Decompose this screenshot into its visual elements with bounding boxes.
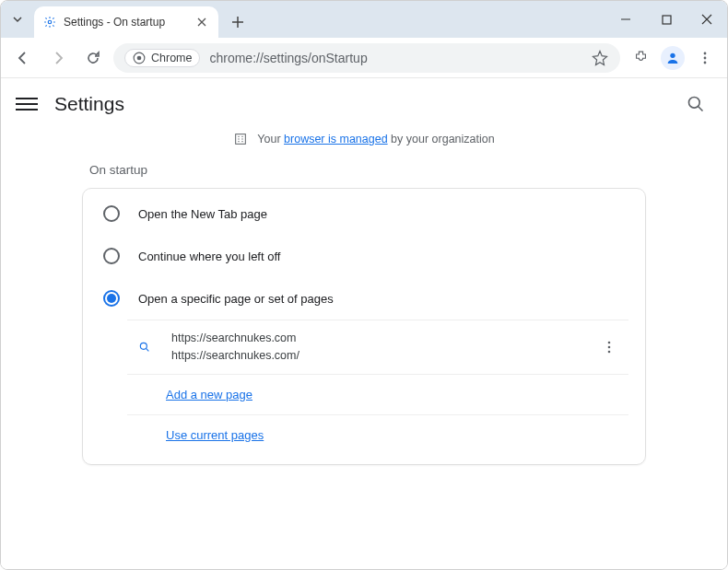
- svg-point-3: [137, 55, 142, 60]
- svg-point-0: [48, 20, 52, 24]
- window-controls: [605, 1, 727, 38]
- radio-label: Continue where you left off: [138, 250, 280, 263]
- maximize-button[interactable]: [646, 1, 687, 38]
- chrome-icon: [133, 52, 146, 64]
- svg-point-7: [704, 61, 707, 64]
- tab-title: Settings - On startup: [64, 16, 187, 29]
- svg-point-11: [608, 341, 611, 343]
- settings-icon: [43, 16, 56, 29]
- new-tab-button[interactable]: [224, 8, 252, 36]
- radio-new-tab[interactable]: Open the New Tab page: [83, 192, 645, 235]
- settings-appbar: Settings: [1, 78, 727, 130]
- managed-text: Your browser is managed by your organiza…: [257, 133, 494, 145]
- svg-point-4: [670, 52, 675, 57]
- settings-page: Settings Your browser is managed by your…: [1, 78, 727, 569]
- chip-label: Chrome: [151, 52, 192, 64]
- reload-button[interactable]: [78, 43, 108, 73]
- browser-tab[interactable]: Settings - On startup: [34, 6, 218, 38]
- search-icon: [133, 341, 157, 354]
- toolbar: Chrome chrome://settings/onStartup: [1, 38, 727, 78]
- section-title: On startup: [89, 163, 646, 177]
- titlebar: Settings - On startup: [1, 1, 727, 38]
- radio-continue[interactable]: Continue where you left off: [83, 235, 645, 277]
- radio-label: Open a specific page or set of pages: [138, 292, 334, 306]
- svg-point-5: [704, 52, 707, 54]
- svg-point-12: [608, 345, 611, 348]
- page-entry: https://searchnukes.com https://searchnu…: [171, 330, 581, 365]
- extensions-button[interactable]: [626, 43, 655, 73]
- page-title-text: https://searchnukes.com: [171, 330, 581, 347]
- bookmark-button[interactable]: [591, 49, 609, 67]
- svg-point-8: [689, 98, 700, 109]
- add-new-page-row[interactable]: Add a new page: [127, 375, 628, 415]
- profile-button[interactable]: [661, 46, 685, 70]
- tab-search-button[interactable]: [1, 1, 34, 38]
- on-startup-section: On startup Open the New Tab page Continu…: [82, 163, 646, 465]
- address-bar[interactable]: Chrome chrome://settings/onStartup: [113, 43, 620, 73]
- forward-button[interactable]: [43, 43, 73, 73]
- url-text: chrome://settings/onStartup: [209, 51, 581, 65]
- page-url-text: https://searchnukes.com/: [171, 347, 581, 365]
- add-new-page-link[interactable]: Add a new page: [166, 388, 252, 401]
- use-current-pages-link[interactable]: Use current pages: [166, 428, 264, 442]
- radio-label: Open the New Tab page: [138, 207, 267, 221]
- svg-point-6: [704, 56, 707, 59]
- close-tab-button[interactable]: [194, 15, 209, 29]
- page-more-button[interactable]: [595, 340, 623, 355]
- managed-banner: Your browser is managed by your organiza…: [1, 132, 727, 146]
- minimize-button[interactable]: [605, 1, 646, 38]
- svg-rect-9: [236, 134, 246, 145]
- back-button[interactable]: [8, 43, 38, 73]
- radio-icon: [103, 248, 120, 264]
- search-settings-button[interactable]: [679, 87, 712, 121]
- svg-point-10: [140, 343, 147, 349]
- use-current-pages-row[interactable]: Use current pages: [127, 415, 628, 455]
- building-icon: [233, 132, 248, 146]
- svg-point-13: [608, 350, 611, 353]
- page-title: Settings: [54, 93, 124, 115]
- radio-icon: [103, 205, 120, 222]
- site-chip[interactable]: Chrome: [124, 49, 200, 67]
- chrome-menu-button[interactable]: [690, 43, 720, 73]
- managed-link[interactable]: browser is managed: [284, 133, 388, 145]
- menu-button[interactable]: [16, 98, 38, 111]
- close-window-button[interactable]: [687, 1, 727, 38]
- startup-card: Open the New Tab page Continue where you…: [82, 188, 646, 465]
- svg-rect-1: [663, 16, 671, 24]
- radio-specific-pages[interactable]: Open a specific page or set of pages: [83, 277, 645, 320]
- radio-icon-selected: [103, 290, 120, 307]
- specific-pages-sub: https://searchnukes.com https://searchnu…: [127, 320, 628, 455]
- startup-page-row: https://searchnukes.com https://searchnu…: [127, 320, 628, 375]
